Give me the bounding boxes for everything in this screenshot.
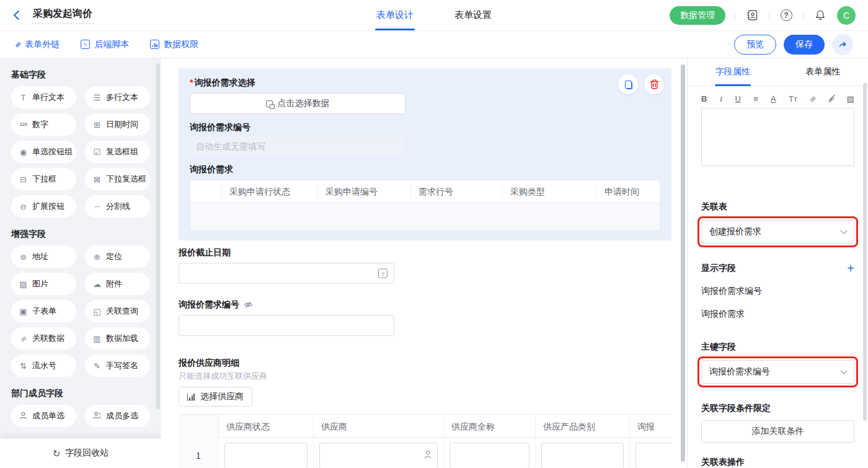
supplier-status-input[interactable] [224, 443, 308, 468]
table-cell [218, 438, 313, 468]
field-label: *询报价需求选择 [190, 77, 660, 88]
supplier-fullname-input[interactable] [450, 443, 529, 468]
italic-icon[interactable]: I [720, 95, 722, 103]
sidebar-item-signature[interactable]: ✎手写签名 [85, 355, 150, 377]
sidebar-item-number[interactable]: 123数字 [11, 113, 76, 136]
date-input[interactable]: 7 [179, 263, 394, 284]
tab-form-settings[interactable]: 表单设置 [454, 0, 492, 30]
sidebar-item-linked-query[interactable]: ◱关联查询 [85, 300, 150, 322]
copy-field-button[interactable] [618, 74, 638, 94]
align-icon[interactable]: ≡ [753, 95, 758, 103]
tab-form-properties[interactable]: 表单属性 [778, 58, 868, 86]
operations-label: 关联表操作 [701, 456, 854, 468]
sidebar-item-image[interactable]: ▧图片 [11, 273, 76, 295]
radio-icon: ◉ [18, 148, 29, 156]
primary-field-select[interactable]: 询报价需求编号 [701, 360, 854, 384]
sidebar-item-datetime[interactable]: ⊞日期时间 [85, 113, 150, 136]
table-cell [535, 438, 629, 468]
display-field-item[interactable]: 询报价需求 [701, 308, 854, 320]
preview-button[interactable]: 预览 [734, 35, 776, 55]
form-external-link[interactable]: ∞ 表单外链 [15, 39, 60, 50]
data-permission[interactable]: 数据权限 [150, 39, 198, 50]
divider [769, 11, 769, 20]
backend-script[interactable]: ∿ 后端脚本 [81, 39, 129, 50]
select-data-button[interactable]: 点击选择数据 [190, 93, 405, 114]
sidebar-item-divider[interactable]: ┄分割线 [85, 195, 150, 218]
data-manage-button[interactable]: 数据管理 [670, 6, 725, 25]
sidebar-item-location[interactable]: ⊕定位 [85, 245, 150, 268]
related-table-select[interactable]: 创建报价需求 [701, 220, 854, 244]
share-button[interactable] [832, 34, 853, 55]
subform-icon: ▣ [18, 307, 29, 316]
unlink-icon[interactable]: ∞ [828, 95, 834, 103]
link-icon[interactable]: ∞ [808, 94, 818, 104]
contacts-icon[interactable] [745, 8, 760, 23]
add-condition-button[interactable]: 添加关联条件 [701, 420, 854, 443]
field-recycle-bin[interactable]: ↻ 字段回收站 [0, 438, 161, 468]
select-supplier-button[interactable]: 选择供应商 [179, 387, 252, 407]
image-icon[interactable]: ▧ [847, 95, 854, 103]
sidebar-item-linked-data[interactable]: ∞关联数据 [11, 327, 76, 350]
sidebar-item-subform[interactable]: ▣子表单 [11, 300, 76, 322]
back-icon[interactable] [14, 11, 24, 20]
richtext-toolbar: B I U ≡ A Tт ∞ ∞ ▧ [701, 95, 854, 103]
sidebar-item-member-multi[interactable]: 成员多选 [85, 405, 150, 427]
bold-icon[interactable]: B [701, 95, 707, 103]
table-header-cell: 供应商 [313, 415, 443, 438]
sidebar-item-checkbox-group[interactable]: ☑复选框组 [85, 141, 150, 163]
sidebar-item-extended-button[interactable]: ⊖扩展按钮 [11, 195, 76, 218]
clipped-input[interactable] [636, 443, 671, 468]
sidebar-item-address[interactable]: ⊚地址 [11, 245, 76, 268]
sidebar-scrollbar[interactable] [156, 63, 160, 409]
plus-icon[interactable]: + [847, 264, 854, 273]
sidebar-item-single-line-text[interactable]: T单行文本 [11, 86, 76, 108]
tab-field-properties[interactable]: 字段属性 [688, 58, 778, 86]
supplier-input[interactable] [319, 443, 438, 468]
linked-data-table: 采购申请行状态 采购申请编号 需求行号 采购类型 申请时间 [190, 180, 660, 231]
avatar[interactable]: C [837, 6, 856, 25]
link-icon: ∞ [13, 40, 23, 50]
table-header-cell [190, 185, 221, 198]
sidebar-item-data-load[interactable]: ▥数据加载 [85, 327, 150, 350]
trash-icon [650, 79, 659, 89]
field-date[interactable]: 报价截止日期 7 [179, 247, 671, 284]
sidebar-item-member-single[interactable]: 成员单选 [11, 405, 76, 427]
panel-tabs: 字段属性 表单属性 [688, 58, 868, 86]
tab-form-design[interactable]: 表单设计 [376, 0, 414, 30]
header-actions: 数据管理 ? C [670, 6, 856, 25]
serial-input[interactable] [179, 315, 394, 336]
top-header: 采购发起询价 表单设计 表单设置 数据管理 ? C [0, 0, 868, 31]
help-icon[interactable]: ? [779, 8, 794, 23]
display-field-item[interactable]: 询报价需求编号 [701, 285, 854, 297]
table-header-cell: 采购类型 [502, 185, 596, 198]
font-color-icon[interactable]: A [771, 95, 776, 103]
field-serial[interactable]: 询报价需求编号 [179, 299, 671, 336]
bell-icon[interactable] [813, 8, 828, 23]
sidebar-item-multi-select[interactable]: ⊠下拉复选框 [85, 168, 150, 190]
sidebar-item-multi-line-text[interactable]: ☰多行文本 [85, 86, 150, 108]
field-supplier-subform[interactable]: 报价供应商明细 只能选择成功互联供应商 选择供应商 供应商状态 供应商 供应商全… [179, 357, 671, 468]
sub-toolbar: ∞ 表单外链 ∿ 后端脚本 数据权限 预览 保存 [0, 31, 868, 58]
product-category-input[interactable] [541, 443, 624, 468]
people-icon [92, 411, 102, 422]
save-button[interactable]: 保存 [784, 35, 825, 55]
canvas-scrollbar[interactable] [681, 64, 685, 462]
auto-serial-input[interactable] [190, 136, 405, 156]
delete-field-button[interactable] [644, 74, 664, 94]
number-icon: 123 [18, 122, 29, 127]
dropdown-icon: ⊟ [18, 175, 29, 183]
field-label: 报价截止日期 [179, 247, 671, 258]
sidebar-item-radio-group[interactable]: ◉单选按钮组 [11, 141, 76, 163]
select-data-icon [266, 100, 273, 107]
field-description-editor[interactable] [701, 108, 854, 166]
underline-icon[interactable]: U [735, 95, 740, 103]
sidebar-item-select[interactable]: ⊟下拉框 [11, 168, 76, 190]
panel-scrollbar[interactable] [863, 83, 867, 421]
sidebar-item-attachment[interactable]: ☁附件 [85, 273, 150, 295]
required-mark: * [190, 77, 193, 87]
calendar-icon: 7 [378, 269, 388, 278]
field-linked-data-select[interactable]: *询报价需求选择 点击选择数据 询报价需求编号 询报价需求 采购申请行状态 采购… [179, 68, 671, 241]
page-title[interactable]: 采购发起询价 [32, 7, 94, 24]
font-size-icon[interactable]: Tт [789, 95, 797, 103]
sidebar-item-serial-number[interactable]: ⇅流水号 [11, 355, 76, 377]
